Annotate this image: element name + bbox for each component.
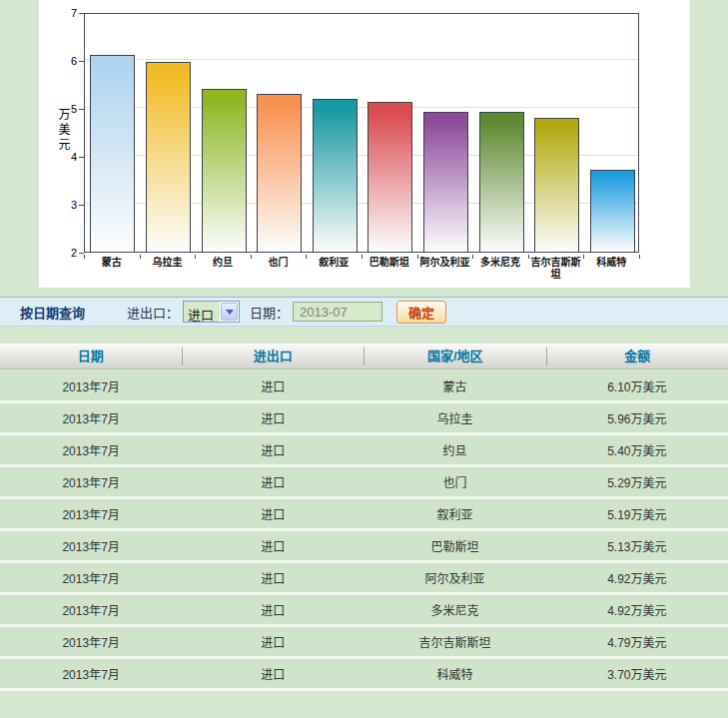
cell-amount: 5.29万美元 (546, 473, 728, 490)
y-axis-tick-label: 2 (53, 247, 77, 259)
header-date: 日期 (0, 348, 183, 365)
y-axis-tick (79, 13, 84, 14)
cell-import-export: 进口 (182, 601, 364, 618)
x-axis-label: 巴勒斯坦 (362, 257, 417, 269)
x-axis-label: 也门 (251, 257, 307, 269)
y-axis-tick-label: 5 (53, 103, 77, 115)
cell-amount: 5.19万美元 (546, 505, 728, 522)
cell-amount: 5.40万美元 (546, 441, 728, 458)
y-axis-tick (79, 205, 84, 206)
x-axis-tick (84, 255, 85, 259)
cell-date: 2013年7月 (0, 633, 182, 650)
cell-date: 2013年7月 (0, 473, 182, 490)
x-axis-label: 约旦 (195, 257, 251, 269)
cell-country: 约旦 (364, 441, 546, 458)
cell-country: 吉尔吉斯斯坦 (364, 633, 546, 650)
cell-country: 蒙古 (364, 377, 546, 394)
x-axis-tick (417, 255, 418, 259)
import-export-label: 进出口： (127, 303, 179, 322)
table-row: 2013年7月进口科威特3.70万美元 (0, 659, 728, 691)
cell-amount: 4.92万美元 (546, 601, 728, 618)
cell-amount: 4.79万美元 (546, 633, 728, 650)
y-axis-tick (79, 157, 84, 158)
cell-amount: 5.96万美元 (546, 409, 728, 426)
cell-date: 2013年7月 (0, 377, 182, 394)
x-axis-tick (251, 255, 252, 259)
cell-import-export: 进口 (182, 473, 364, 490)
table-row: 2013年7月进口约旦5.40万美元 (0, 435, 728, 467)
y-axis-tick-label: 4 (53, 151, 77, 163)
import-export-select[interactable]: 进口 (183, 301, 240, 323)
cell-import-export: 进口 (182, 505, 364, 522)
query-section-title: 按日期查询 (20, 303, 85, 322)
x-axis-tick (306, 255, 307, 259)
chart-plot (84, 13, 639, 253)
chart-bar (367, 102, 412, 252)
x-axis-label: 叙利亚 (306, 257, 362, 269)
cell-import-export: 进口 (182, 441, 364, 458)
y-axis-tick-label: 3 (53, 199, 77, 211)
header-import-export: 进出口 (183, 348, 365, 365)
cell-date: 2013年7月 (0, 505, 182, 522)
x-axis-label: 多米尼克 (472, 257, 528, 269)
cell-import-export: 进口 (182, 569, 364, 586)
data-table: 日期 进出口 国家/地区 金额 2013年7月进口蒙古6.10万美元2013年7… (0, 344, 728, 691)
chart-bar (202, 89, 247, 252)
confirm-button[interactable]: 确定 (396, 301, 446, 324)
x-axis-tick (639, 255, 640, 259)
cell-country: 乌拉圭 (364, 409, 546, 426)
x-axis-tick (583, 255, 584, 259)
x-axis-tick (472, 255, 473, 259)
cell-import-export: 进口 (182, 537, 364, 554)
x-axis-label: 蒙古 (84, 257, 140, 269)
y-axis-tick (79, 253, 84, 254)
x-axis-label: 吉尔吉斯斯坦 (528, 257, 584, 281)
cell-import-export: 进口 (182, 665, 364, 682)
x-axis-label: 科威特 (583, 257, 639, 269)
header-amount: 金额 (547, 348, 728, 365)
x-axis-label: 阿尔及利亚 (417, 257, 473, 269)
cell-country: 叙利亚 (364, 505, 546, 522)
table-row: 2013年7月进口吉尔吉斯斯坦4.79万美元 (0, 627, 728, 659)
table-row: 2013年7月进口也门5.29万美元 (0, 467, 728, 499)
cell-amount: 6.10万美元 (546, 377, 728, 394)
y-axis-tick-label: 7 (53, 7, 77, 19)
cell-date: 2013年7月 (0, 409, 182, 426)
cell-date: 2013年7月 (0, 665, 182, 682)
select-dropdown-button[interactable] (221, 303, 238, 321)
cell-amount: 5.13万美元 (546, 537, 728, 554)
chart-bar (257, 94, 302, 252)
x-axis-tick (140, 255, 141, 259)
date-label: 日期： (250, 303, 289, 322)
chart-bar (590, 170, 635, 252)
chart-bar (423, 112, 468, 252)
table-row: 2013年7月进口多米尼克4.92万美元 (0, 595, 728, 627)
table-row: 2013年7月进口叙利亚5.19万美元 (0, 499, 728, 531)
chart-bar (146, 62, 191, 252)
y-axis-tick (79, 109, 84, 110)
x-axis-tick (362, 255, 363, 259)
y-axis-tick (79, 61, 84, 62)
cell-import-export: 进口 (182, 409, 364, 426)
query-bar: 按日期查询 进出口： 进口 日期： 确定 (0, 297, 728, 327)
cell-date: 2013年7月 (0, 441, 182, 458)
cell-amount: 4.92万美元 (546, 569, 728, 586)
y-axis-tick-label: 6 (53, 55, 77, 67)
chart-bar (479, 112, 524, 252)
cell-date: 2013年7月 (0, 537, 182, 554)
table-header-row: 日期 进出口 国家/地区 金额 (0, 344, 728, 369)
cell-country: 巴勒斯坦 (364, 537, 546, 554)
cell-country: 阿尔及利亚 (364, 569, 546, 586)
table-row: 2013年7月进口阿尔及利亚4.92万美元 (0, 563, 728, 595)
chart-bar (90, 55, 135, 252)
x-axis-label: 乌拉圭 (140, 257, 196, 269)
chart-bar (313, 99, 358, 252)
chevron-down-icon (226, 310, 234, 315)
cell-country: 也门 (364, 473, 546, 490)
table-body: 2013年7月进口蒙古6.10万美元2013年7月进口乌拉圭5.96万美元201… (0, 371, 728, 691)
cell-import-export: 进口 (182, 377, 364, 394)
cell-country: 科威特 (364, 665, 546, 682)
import-export-selected-value: 进口 (184, 302, 220, 322)
date-input[interactable] (293, 302, 382, 322)
cell-amount: 3.70万美元 (546, 665, 728, 682)
